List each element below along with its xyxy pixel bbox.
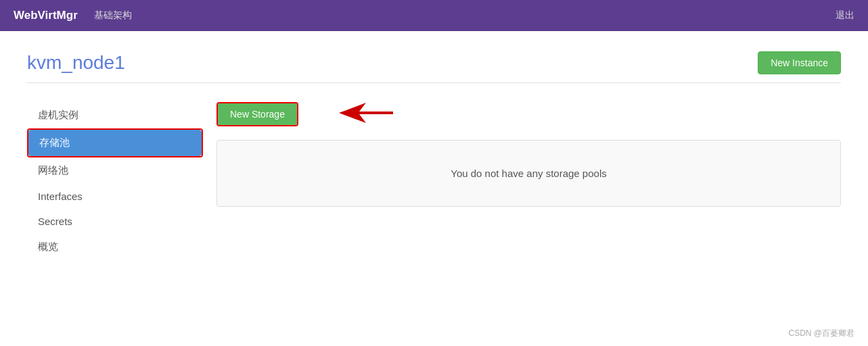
new-storage-button[interactable]: New Storage [218, 103, 297, 125]
sidebar-item-overview[interactable]: 概览 [27, 234, 203, 260]
footer-text: CSDN @百蒌卿君 [788, 328, 854, 338]
new-instance-button[interactable]: New Instance [758, 51, 841, 74]
sidebar-item-storage-pool[interactable]: 存储池 [28, 130, 202, 156]
content-toolbar: New Storage [216, 99, 841, 129]
page-footer: CSDN @百蒌卿君 [788, 328, 854, 339]
empty-state-box: You do not have any storage pools [216, 140, 841, 207]
new-storage-wrapper: New Storage [216, 102, 298, 126]
page-content: kvm_node1 New Instance 虚机实例 存储池 网络池 Inte… [0, 31, 868, 274]
arrow-icon [319, 99, 393, 126]
sidebar-item-interfaces[interactable]: Interfaces [27, 184, 203, 209]
sidebar: 虚机实例 存储池 网络池 Interfaces Secrets 概览 [27, 99, 203, 260]
main-layout: 虚机实例 存储池 网络池 Interfaces Secrets 概览 [27, 99, 841, 260]
svg-marker-0 [339, 103, 393, 123]
navbar-brand[interactable]: WebVirtMgr [14, 9, 78, 22]
navbar-logout[interactable]: 退出 [836, 9, 854, 22]
navbar-left: WebVirtMgr 基础架构 [14, 9, 132, 22]
arrow-annotation [319, 99, 393, 129]
page-title: kvm_node1 [27, 52, 125, 74]
page-header: kvm_node1 New Instance [27, 51, 841, 83]
sidebar-active-wrapper: 存储池 [27, 128, 203, 157]
navbar: WebVirtMgr 基础架构 退出 [0, 0, 868, 31]
navbar-infra-link[interactable]: 基础架构 [94, 9, 132, 22]
sidebar-item-vm-instances[interactable]: 虚机实例 [27, 102, 203, 128]
sidebar-item-secrets[interactable]: Secrets [27, 209, 203, 234]
empty-state-message: You do not have any storage pools [451, 168, 606, 179]
sidebar-item-network-pool[interactable]: 网络池 [27, 157, 203, 184]
content-area: New Storage You do not have any storage … [203, 99, 841, 260]
